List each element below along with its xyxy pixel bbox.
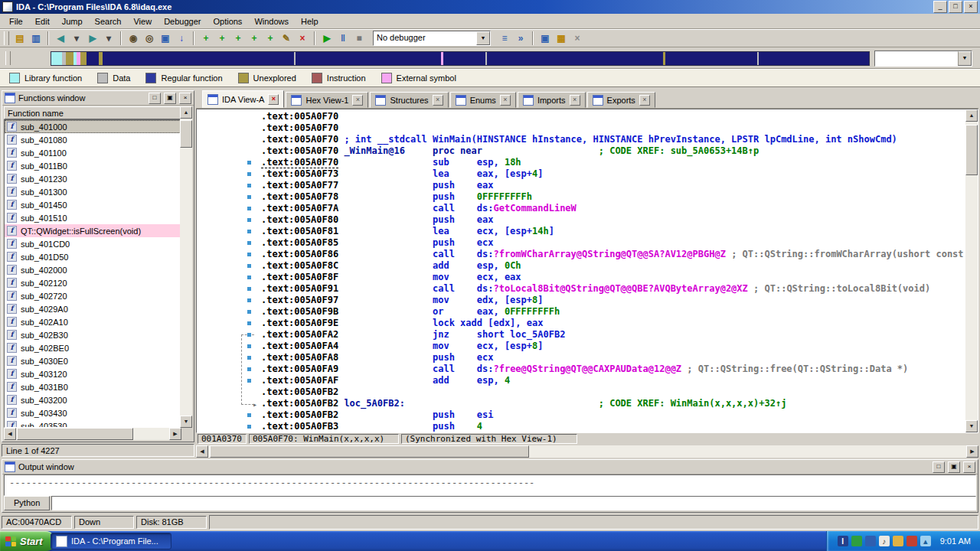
nav-segment[interactable] xyxy=(80,52,87,65)
tray-ida-icon[interactable]: I xyxy=(838,536,848,546)
title-bar[interactable]: IDA - C:\Program Files\IDA 6.8\idaq.exe … xyxy=(0,0,980,14)
menu-debugger[interactable]: Debugger xyxy=(158,15,207,28)
maximize-panel-icon[interactable]: □ xyxy=(933,461,945,473)
function-row[interactable]: fsub_402120 xyxy=(5,276,181,289)
disasm-line[interactable]: .text:005A0F81 lea ecx, [esp+14h] xyxy=(197,226,965,237)
save-icon[interactable]: ▥ xyxy=(28,31,44,46)
scroll-right-icon[interactable]: ▶ xyxy=(966,445,978,458)
output-window-titlebar[interactable]: Output window □ ▣ × xyxy=(2,460,978,474)
stop-process-icon[interactable]: ■ xyxy=(351,31,367,46)
add-breakpoint-icon[interactable]: + xyxy=(198,31,214,46)
functions-window-titlebar[interactable]: Functions window □ ▣ × xyxy=(2,91,194,106)
nav-segment[interactable] xyxy=(487,52,663,65)
disasm-line[interactable]: .text:005A0FB3 push 4 xyxy=(197,421,965,432)
pause-process-icon[interactable]: ‖ xyxy=(335,31,351,46)
menu-file[interactable]: File xyxy=(3,15,29,28)
disasm-line[interactable]: .text:005A0FAF add esp, 4 xyxy=(197,375,965,386)
nav-segment[interactable] xyxy=(759,52,869,65)
function-row[interactable]: fsub_403530 xyxy=(5,419,181,428)
tab-hex-view-1[interactable]: Hex View-1× xyxy=(286,92,368,108)
tray-volume-icon[interactable]: ♪ xyxy=(879,536,890,546)
back-dropdown-icon[interactable]: ▾ xyxy=(69,31,84,46)
function-row[interactable]: fsub_402A10 xyxy=(5,315,181,328)
function-row[interactable]: fsub_401300 xyxy=(5,185,181,198)
function-row[interactable]: fsub_402000 xyxy=(5,263,181,276)
functions-horizontal-scrollbar[interactable]: ◀ ▶ xyxy=(4,428,181,440)
function-row[interactable]: fsub_401230 xyxy=(5,172,181,185)
disasm-line[interactable]: .text:005A0F70 xyxy=(197,111,965,122)
disasm-line[interactable]: .text:005A0FB2 loc_5A0FB2: ; CODE XREF: … xyxy=(197,398,965,409)
float-panel-icon[interactable]: ▣ xyxy=(164,93,176,104)
disasm-line[interactable]: .text:005A0F77 push eax xyxy=(197,180,965,191)
debugger-selector[interactable]: No debugger ▼ xyxy=(373,31,491,46)
close-tab-icon[interactable]: × xyxy=(639,95,650,106)
maximize-button[interactable]: □ xyxy=(949,1,962,13)
nav-segment[interactable] xyxy=(665,52,757,65)
disasm-line[interactable]: .text:005A0FB2 xyxy=(197,386,965,398)
close-tab-icon[interactable]: × xyxy=(352,95,363,106)
scroll-thumb[interactable] xyxy=(210,445,529,458)
minimize-button[interactable]: _ xyxy=(933,1,947,13)
function-row[interactable]: fsub_402720 xyxy=(5,289,181,302)
close-button[interactable]: × xyxy=(964,1,978,13)
navband-zoom-selector[interactable]: ▼ xyxy=(874,51,972,67)
nav-segment[interactable] xyxy=(87,52,99,65)
search-binoculars-icon[interactable]: ◉ xyxy=(126,31,141,46)
disasm-line[interactable]: .text:005A0F70 xyxy=(197,122,965,134)
maximize-panel-icon[interactable]: □ xyxy=(149,93,161,104)
disasm-line[interactable]: .text:005A0F78 push 0FFFFFFFFh xyxy=(197,191,965,203)
menu-windows[interactable]: Windows xyxy=(248,15,295,28)
function-row[interactable]: fsub_4011B0 xyxy=(5,159,181,172)
python-command-tab[interactable]: Python xyxy=(4,496,50,510)
function-row[interactable]: fsub_4031B0 xyxy=(5,380,181,393)
add-segment-icon[interactable]: + xyxy=(247,31,262,46)
menu-edit[interactable]: Edit xyxy=(29,15,56,28)
start-process-icon[interactable]: ▶ xyxy=(319,31,335,46)
scroll-down-icon[interactable]: ▼ xyxy=(180,416,192,428)
nav-segment[interactable] xyxy=(296,52,441,65)
scroll-thumb[interactable] xyxy=(17,428,133,440)
menu-help[interactable]: Help xyxy=(295,15,325,28)
nav-segment[interactable] xyxy=(103,52,294,65)
function-row[interactable]: fsub_401510 xyxy=(5,211,181,224)
tray-antivirus-icon[interactable] xyxy=(851,536,862,546)
disasm-line[interactable]: .text:005A0F9E lock xadd [edx], eax xyxy=(197,318,965,329)
function-row[interactable]: fsub_4029A0 xyxy=(5,302,181,315)
function-name-column-header[interactable]: Function name xyxy=(4,106,181,119)
forward-icon[interactable]: ▶ xyxy=(85,31,100,46)
taskbar-clock[interactable]: 9:01 AM xyxy=(940,536,971,546)
dropdown-arrow-icon[interactable]: ▼ xyxy=(476,31,490,45)
add-function-icon[interactable]: + xyxy=(214,31,230,46)
disasm-line[interactable]: .text:005A0F80 push eax xyxy=(197,214,965,226)
close-tab-icon[interactable]: × xyxy=(500,95,511,106)
function-row[interactable]: fsub_402BE0 xyxy=(5,341,181,354)
navband-grip[interactable] xyxy=(5,51,11,65)
scroll-up-icon[interactable]: ▲ xyxy=(180,106,192,119)
disassembly-vertical-scrollbar[interactable]: ▲ ▼ xyxy=(965,109,978,432)
function-row[interactable]: fsub_401080 xyxy=(5,133,181,146)
nav-segment[interactable] xyxy=(66,52,74,65)
debugger-options-icon[interactable]: » xyxy=(513,31,528,46)
function-row[interactable]: fsub_401100 xyxy=(5,146,181,159)
scroll-left-icon[interactable]: ◀ xyxy=(4,428,16,440)
disasm-line[interactable]: .text:005A0F70 _WinMain@16 proc near ; C… xyxy=(197,145,965,157)
python-command-input[interactable] xyxy=(51,496,976,510)
scroll-right-icon[interactable]: ▶ xyxy=(169,428,181,440)
menu-search[interactable]: Search xyxy=(89,15,128,28)
function-row[interactable]: fsub_402B30 xyxy=(5,328,181,341)
toolbar-grip[interactable] xyxy=(4,31,9,45)
function-row[interactable]: fsub_401CD0 xyxy=(5,237,181,250)
search-text-icon[interactable]: ▣ xyxy=(158,31,173,46)
dropdown-arrow-icon[interactable]: ▼ xyxy=(958,51,972,66)
nav-segment[interactable] xyxy=(443,52,485,65)
ida-view-a[interactable]: .text:005A0F70.text:005A0F70.text:005A0F… xyxy=(196,109,978,433)
disasm-line[interactable]: .text:005A0F86 call ds:?fromWCharArray@Q… xyxy=(197,249,965,260)
scroll-thumb[interactable] xyxy=(180,120,192,148)
tray-update-shield-icon[interactable] xyxy=(893,536,903,546)
tab-structures[interactable]: Structures× xyxy=(370,92,448,108)
tray-alert-icon[interactable] xyxy=(906,536,917,546)
disasm-line[interactable]: .text:005A0F8F mov ecx, eax xyxy=(197,272,965,283)
tab-exports[interactable]: Exports× xyxy=(587,92,655,108)
menu-view[interactable]: View xyxy=(127,15,158,28)
disasm-line[interactable]: .text:005A0FA8 push ecx xyxy=(197,352,965,364)
